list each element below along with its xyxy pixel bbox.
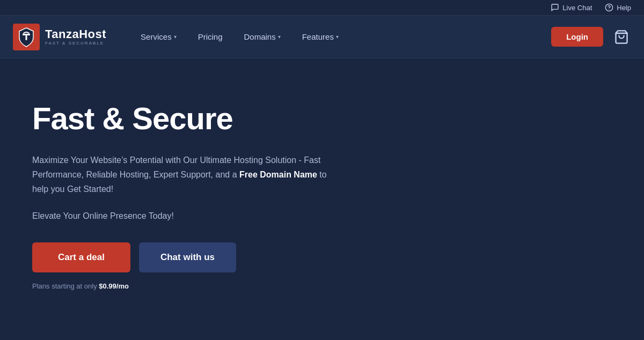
chat-with-us-button[interactable]: Chat with us — [139, 242, 236, 272]
help-label: Help — [617, 4, 631, 12]
navbar: TanzaHost FAST & SECURABLE Services ▾ Pr… — [0, 16, 644, 58]
svg-rect-4 — [26, 35, 27, 40]
top-bar: Live Chat Help — [0, 0, 644, 16]
hero-description: Maximize Your Website’s Potential with O… — [32, 153, 327, 197]
nav-actions: Login — [551, 27, 631, 47]
chevron-down-icon: ▾ — [278, 34, 281, 40]
hero-title: Fast & Secure — [32, 101, 386, 136]
help-icon — [605, 3, 613, 12]
chevron-down-icon: ▾ — [174, 34, 177, 40]
nav-item-services[interactable]: Services ▾ — [132, 28, 185, 46]
chat-icon — [551, 3, 559, 12]
hero-subtext: Elevate Your Online Presence Today! — [32, 211, 386, 221]
nav-item-pricing[interactable]: Pricing — [189, 28, 231, 46]
chevron-down-icon: ▾ — [336, 34, 339, 40]
livechat-label: Live Chat — [562, 4, 592, 12]
help-link[interactable]: Help — [605, 3, 631, 12]
livechat-link[interactable]: Live Chat — [551, 3, 592, 12]
hero-section: Fast & Secure Maximize Your Website’s Po… — [0, 58, 419, 322]
cart-deal-button[interactable]: Cart a deal — [32, 242, 130, 272]
pricing-note: Plans starting at only $0.99/mo — [32, 282, 386, 290]
nav-item-features[interactable]: Features ▾ — [294, 28, 347, 46]
svg-rect-3 — [23, 34, 30, 35]
logo-icon — [13, 24, 40, 50]
logo-text: TanzaHost FAST & SECURABLE — [45, 28, 106, 46]
cart-icon[interactable] — [612, 27, 631, 47]
hero-buttons: Cart a deal Chat with us — [32, 242, 386, 272]
nav-item-domains[interactable]: Domains ▾ — [236, 28, 289, 46]
nav-links: Services ▾ Pricing Domains ▾ Features ▾ — [132, 28, 551, 46]
login-button[interactable]: Login — [551, 27, 603, 47]
logo[interactable]: TanzaHost FAST & SECURABLE — [13, 24, 106, 50]
